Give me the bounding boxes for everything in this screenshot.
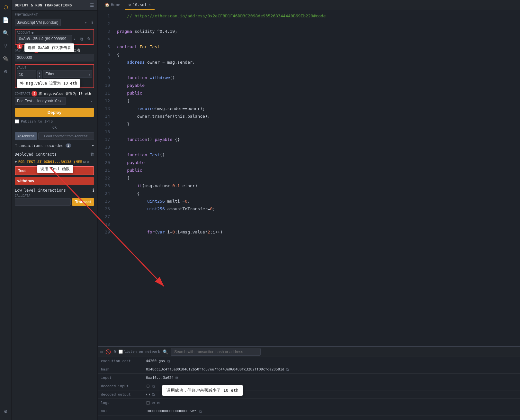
tooltip3: 3 调用 Test 函数 <box>37 166 43 172</box>
code-line-1: // https://etherscan.io/address/0x2eCF8D… <box>117 12 520 20</box>
transact-button[interactable]: Transact <box>72 198 94 206</box>
copy-icon-hash[interactable]: ⧉ <box>286 367 289 372</box>
tooltip1-text: 选择 0xAb8 作为攻击者 <box>24 43 74 52</box>
listen-checkbox[interactable] <box>119 350 123 354</box>
bottom-settings-icon[interactable]: ⚙ <box>2 407 10 415</box>
bottom-panel: ⊞ 🚫 0 listen on network 🔍 execution cost… <box>98 346 520 420</box>
copy-icon-logs2[interactable]: ⧉ <box>157 401 160 405</box>
line-numbers: 1 2 3 4 5 6 7 8 9 10 11 12 13 14 15 16 1… <box>98 10 114 346</box>
tx-row-decoded-input: decoded input {} ⧉ <box>98 382 520 390</box>
value-input[interactable] <box>17 70 36 79</box>
code-line-8 <box>117 66 520 74</box>
left-panel-title: DEPLOY & RUN TRANSACTIONS <box>15 3 72 7</box>
account-info-icon[interactable]: ● <box>31 31 33 34</box>
contract-instance: ▼ FOR_TEST AT 0XD91...39138 (MEM ⧉ ✕ <box>12 159 97 165</box>
unit-select-wrap: Ether Wei Gwei <box>43 70 92 79</box>
code-line-19: function Test() <box>117 151 520 159</box>
tab-close-icon[interactable]: ✕ <box>149 3 151 6</box>
account-copy-icon[interactable]: ⧉ <box>79 36 85 42</box>
instance-copy-icon[interactable]: ⧉ <box>83 160 86 164</box>
code-line-27 <box>117 213 520 221</box>
tx-key-decoded-output: decoded output <box>101 392 146 397</box>
step1-badge: 1 <box>17 43 22 49</box>
tx-recorded-row[interactable]: Transactions recorded 2 ▾ <box>12 141 97 150</box>
tx-recorded-chevron: ▾ <box>92 143 94 148</box>
code-line-25: uint256 multi =0; <box>117 197 520 205</box>
code-line-28 <box>117 221 520 228</box>
plugin-icon[interactable]: 🔌 <box>2 55 10 62</box>
bottom-clear-icon[interactable]: 🚫 <box>105 349 111 354</box>
file-tab-label: 10.sol <box>133 3 147 7</box>
trash-icon[interactable]: 🗑 <box>90 152 94 157</box>
code-line-26: uint256 amountToTransfer=0; <box>117 205 520 213</box>
tx-key-logs: logs <box>101 401 146 405</box>
tx-key-hash: hash <box>101 367 146 371</box>
search-toggle-icon[interactable]: 🔍 <box>163 349 168 354</box>
gas-input[interactable] <box>15 54 94 61</box>
publish-checkbox[interactable] <box>15 119 19 123</box>
expand-arrow: ▼ <box>15 160 17 164</box>
search-input[interactable] <box>171 348 261 356</box>
search-icon2[interactable]: 🔍 <box>2 29 10 37</box>
code-content: // https://etherscan.io/address/0x2eCF8D… <box>114 10 520 346</box>
code-line-20: payable <box>117 159 520 167</box>
env-info-icon[interactable]: ℹ <box>90 19 94 26</box>
account-label: ACCOUNT ● <box>17 31 92 34</box>
or-divider: OR <box>12 124 97 131</box>
value-section: VALUE ▲▼ Ether Wei Gwei 2 将 msg.value 设置… <box>15 64 94 88</box>
contract-label: CONTRACT 2 将 msg.value 设置为 10 eth <box>15 91 94 96</box>
copy-icon-logs1[interactable]: ⧉ <box>152 401 155 405</box>
account-select-wrap: 0xAb8...35cb2 (89.9999999... <box>17 35 77 43</box>
deploy-button[interactable]: Deploy <box>15 108 94 117</box>
low-level-info-icon[interactable]: ℹ <box>93 188 94 193</box>
bottom-count: 0 <box>113 350 116 354</box>
tx-key-execution-cost: execution cost <box>101 359 146 363</box>
contract-instance-header[interactable]: ▼ FOR_TEST AT 0XD91...39138 (MEM ⧉ ✕ <box>15 160 94 164</box>
settings-icon[interactable]: ⚙ <box>2 68 10 75</box>
value-spinner[interactable]: ▲▼ <box>37 70 42 79</box>
tx-recorded-badge: 2 <box>66 143 71 148</box>
account-select[interactable]: 0xAb8...35cb2 (89.9999999... <box>17 35 72 43</box>
contract-tooltip-text: 将 msg.value 设置为 10 eth <box>39 91 91 96</box>
tx-val-hash: 0x48dc13c4ff3a001046f2b50ffd57ee7fc443e0… <box>146 367 517 372</box>
step2-badge-2: 2 <box>31 91 37 96</box>
unit-select[interactable]: Ether Wei Gwei <box>43 70 92 78</box>
tooltip2: 2 将 msg.value 设置为 10 eth <box>17 80 92 86</box>
tx-key-val: val <box>101 409 146 413</box>
publish-row: Publish to IPFS <box>12 119 97 124</box>
copy-icon-input[interactable]: ⧉ <box>175 376 178 380</box>
tooltip3-text: 调用 Test 函数 <box>37 165 73 173</box>
copy-icon-decoded-output[interactable]: ⧉ <box>152 392 155 397</box>
tx-recorded-label: Transactions recorded 2 <box>15 143 71 148</box>
tab-file[interactable]: ⊙ 10.sol ✕ <box>125 1 155 10</box>
panel-menu-icon[interactable]: ☰ <box>90 3 94 8</box>
deployed-contracts-header: Deployed Contracts 🗑 <box>12 150 97 159</box>
copy-icon-exec[interactable]: ⧉ <box>167 359 170 363</box>
git-icon[interactable]: ⑂ <box>2 42 10 50</box>
bottom-filter-icon[interactable]: ⊞ <box>100 349 103 354</box>
instance-close-icon[interactable]: ✕ <box>87 160 89 164</box>
account-edit-icon[interactable]: ✎ <box>86 36 92 42</box>
low-level-label: Low level interactions <box>15 188 66 193</box>
env-select[interactable]: JavaScript VM (London) <box>15 19 61 26</box>
tx-key-input: input <box>101 376 146 380</box>
tx-val-logs: [] ⧉ ⧉ <box>146 401 517 405</box>
code-area: 1 2 3 4 5 6 7 8 9 10 11 12 13 14 15 16 1… <box>98 10 520 346</box>
contract-select-wrap: For_Test - Honeypot/10.sol <box>15 97 94 105</box>
tab-home[interactable]: 🏠 Home <box>101 1 124 10</box>
withdraw-button[interactable]: withdraw <box>15 177 94 185</box>
files-icon[interactable]: 📄 <box>2 16 10 24</box>
icon-bar: ⬡ 📄 🔍 ⑂ 🔌 ⚙ ⚙ <box>0 0 12 420</box>
contract-select[interactable]: For_Test - Honeypot/10.sol <box>15 97 66 105</box>
at-address-button[interactable]: At Address <box>15 132 37 140</box>
copy-icon-decoded-input[interactable]: ⧉ <box>152 384 155 388</box>
load-contract-button[interactable]: Load contract from Address: <box>38 132 94 140</box>
env-label: ENVIRONMENT <box>12 11 97 17</box>
calldata-input[interactable] <box>15 198 71 206</box>
deploy-icon[interactable]: ⬡ <box>2 3 10 11</box>
code-line-17: function() payable {} <box>117 136 520 143</box>
code-line-22: { <box>117 174 520 182</box>
copy-icon-val[interactable]: ⧉ <box>199 409 202 414</box>
file-dot-icon: ⊙ <box>129 3 131 7</box>
tx-row-val: val 10000000000000000000 wei ⧉ <box>98 407 520 415</box>
